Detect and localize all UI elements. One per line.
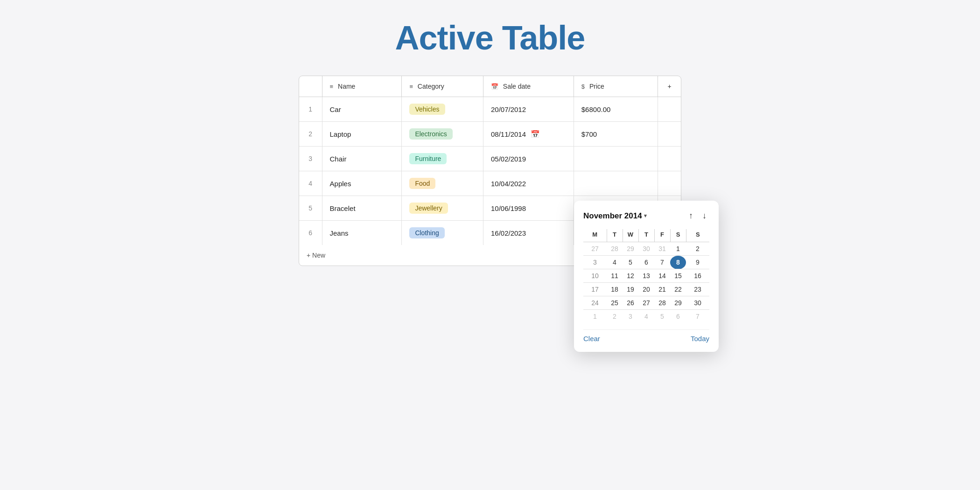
calendar-today-button[interactable]: Today: [691, 335, 709, 343]
calendar-day[interactable]: 7: [654, 256, 670, 269]
calendar-day[interactable]: 27: [638, 296, 654, 310]
saledate-col-icon: 📅: [491, 83, 498, 90]
row-category[interactable]: Jewellery: [402, 196, 483, 221]
calendar-day[interactable]: 1: [670, 242, 686, 256]
table-row[interactable]: 4ApplesFood10/04/2022: [299, 171, 681, 196]
calendar-day[interactable]: 5: [623, 256, 638, 269]
row-extra: [658, 147, 681, 171]
row-name[interactable]: Chair: [322, 147, 402, 171]
row-number: 2: [299, 122, 322, 147]
calendar-day[interactable]: 6: [638, 256, 654, 269]
calendar-day-header: F: [654, 229, 670, 242]
row-price[interactable]: [574, 171, 658, 196]
sale-date-value: 08/11/2014: [491, 130, 526, 138]
calendar-prev-button[interactable]: ↑: [686, 210, 696, 222]
calendar-day[interactable]: 30: [686, 296, 709, 310]
calendar-day[interactable]: 4: [638, 310, 654, 323]
calendar-day[interactable]: 24: [583, 296, 607, 310]
row-category[interactable]: Vehicles: [402, 97, 483, 122]
col-header-saledate[interactable]: 📅 Sale date: [483, 76, 574, 97]
col-saledate-label: Sale date: [503, 83, 531, 90]
row-price[interactable]: $6800.00: [574, 97, 658, 122]
row-price[interactable]: $700: [574, 122, 658, 147]
calendar-day[interactable]: 31: [654, 242, 670, 256]
calendar-day[interactable]: 8: [670, 256, 686, 269]
calendar-day[interactable]: 3: [583, 256, 607, 269]
row-number: 3: [299, 147, 322, 171]
sale-date-value: 16/02/2023: [491, 229, 526, 237]
col-header-name[interactable]: ≡ Name: [322, 76, 402, 97]
row-sale-date[interactable]: 16/02/2023: [483, 221, 574, 245]
calendar-day[interactable]: 5: [654, 310, 670, 323]
calendar-popup: November 2014 ▾ ↑ ↓ MTWTFSS 272829303112…: [574, 201, 719, 352]
calendar-day[interactable]: 15: [670, 269, 686, 283]
calendar-day-header: W: [623, 229, 638, 242]
calendar-day[interactable]: 25: [607, 296, 623, 310]
category-col-icon: ≡: [409, 83, 413, 90]
row-category[interactable]: Clothing: [402, 221, 483, 245]
calendar-day[interactable]: 19: [623, 283, 638, 296]
row-sale-date[interactable]: 08/11/2014📅: [483, 122, 574, 147]
calendar-day[interactable]: 10: [583, 269, 607, 283]
row-name[interactable]: Bracelet: [322, 196, 402, 221]
calendar-nav: ↑ ↓: [686, 210, 709, 222]
calendar-day[interactable]: 11: [607, 269, 623, 283]
calendar-day-header: T: [607, 229, 623, 242]
table-row[interactable]: 1CarVehicles20/07/2012$6800.00: [299, 97, 681, 122]
calendar-next-button[interactable]: ↓: [700, 210, 709, 222]
table-row[interactable]: 3ChairFurniture05/02/2019: [299, 147, 681, 171]
calendar-day[interactable]: 18: [607, 283, 623, 296]
calendar-day[interactable]: 7: [686, 310, 709, 323]
calendar-day[interactable]: 9: [686, 256, 709, 269]
calendar-day[interactable]: 13: [638, 269, 654, 283]
calendar-month-title[interactable]: November 2014 ▾: [583, 211, 647, 221]
calendar-day[interactable]: 21: [654, 283, 670, 296]
col-price-label: Price: [589, 83, 604, 90]
calendar-day[interactable]: 29: [670, 296, 686, 310]
calendar-grid: MTWTFSS 27282930311234567891011121314151…: [583, 229, 709, 323]
col-header-rownum: [299, 76, 322, 97]
row-category[interactable]: Electronics: [402, 122, 483, 147]
calendar-day[interactable]: 3: [623, 310, 638, 323]
row-sale-date[interactable]: 10/04/2022: [483, 171, 574, 196]
row-category[interactable]: Furniture: [402, 147, 483, 171]
calendar-day[interactable]: 17: [583, 283, 607, 296]
calendar-day[interactable]: 12: [623, 269, 638, 283]
col-header-category[interactable]: ≡ Category: [402, 76, 483, 97]
calendar-day[interactable]: 28: [654, 296, 670, 310]
col-header-price[interactable]: $ Price: [574, 76, 658, 97]
category-badge: Clothing: [409, 227, 444, 238]
calendar-day[interactable]: 1: [583, 310, 607, 323]
calendar-day[interactable]: 28: [607, 242, 623, 256]
row-name[interactable]: Laptop: [322, 122, 402, 147]
calendar-day[interactable]: 27: [583, 242, 607, 256]
calendar-clear-button[interactable]: Clear: [583, 335, 600, 343]
calendar-day[interactable]: 6: [670, 310, 686, 323]
calendar-day[interactable]: 4: [607, 256, 623, 269]
calendar-day[interactable]: 2: [607, 310, 623, 323]
calendar-day[interactable]: 2: [686, 242, 709, 256]
page-title: Active Table: [395, 19, 585, 57]
row-name[interactable]: Jeans: [322, 221, 402, 245]
calendar-day[interactable]: 20: [638, 283, 654, 296]
row-sale-date[interactable]: 05/02/2019: [483, 147, 574, 171]
row-name[interactable]: Car: [322, 97, 402, 122]
category-badge: Food: [409, 178, 435, 189]
category-badge: Electronics: [409, 128, 452, 140]
row-category[interactable]: Food: [402, 171, 483, 196]
calendar-day[interactable]: 14: [654, 269, 670, 283]
calendar-day[interactable]: 29: [623, 242, 638, 256]
col-header-add[interactable]: +: [658, 76, 681, 97]
calendar-day[interactable]: 26: [623, 296, 638, 310]
row-name[interactable]: Apples: [322, 171, 402, 196]
row-sale-date[interactable]: 10/06/1998: [483, 196, 574, 221]
calendar-day-header: S: [686, 229, 709, 242]
row-price[interactable]: [574, 147, 658, 171]
calendar-day[interactable]: 22: [670, 283, 686, 296]
table-row[interactable]: 2LaptopElectronics08/11/2014📅$700: [299, 122, 681, 147]
calendar-day[interactable]: 30: [638, 242, 654, 256]
calendar-day[interactable]: 16: [686, 269, 709, 283]
row-sale-date[interactable]: 20/07/2012: [483, 97, 574, 122]
calendar-day[interactable]: 23: [686, 283, 709, 296]
calendar-icon[interactable]: 📅: [531, 130, 540, 139]
